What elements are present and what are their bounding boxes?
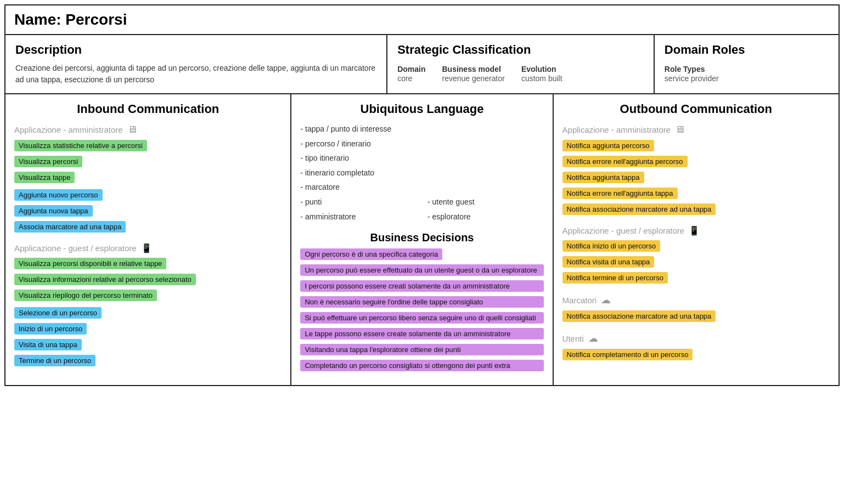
- outbound-heading: Outbound Communication: [562, 102, 830, 116]
- inbound-actor1-blue-tags: Aggiunta nuovo percorso Aggiunta nuova t…: [14, 189, 282, 235]
- strategic-evolution: Evolution custom built: [521, 65, 562, 83]
- tag-item: Notifica errore nell'aggiunta tappa: [562, 188, 678, 199]
- tag-item: Aggiunta nuovo percorso: [14, 189, 103, 201]
- tag-item: Notifica aggiunta percorso: [562, 140, 654, 151]
- bd-tag: Si può effettuare un percorso libero sen…: [300, 312, 543, 324]
- role-types-label: Role Types: [665, 65, 829, 73]
- tag-item: Visualizza informazioni relative al perc…: [14, 274, 196, 285]
- inbound-actor1-green-tags: Visualizza statistiche relative a percor…: [14, 140, 282, 186]
- tag-item: Aggiunta nuova tappa: [14, 205, 93, 217]
- ub-text-right: - utente guest - esploratore: [427, 122, 544, 224]
- inbound-actor1-label: Applicazione - amministratore: [14, 124, 282, 135]
- monitor-icon: [127, 124, 137, 135]
- description-heading: Description: [15, 43, 376, 57]
- cloud-icon-2: [588, 332, 598, 344]
- tag-item: Notifica errore nell'aggiunta percorso: [562, 156, 688, 167]
- mobile-icon-2: [689, 225, 700, 236]
- inbound-column: Inbound Communication Applicazione - amm…: [5, 94, 291, 385]
- strategic-domain: Domain core: [397, 65, 425, 83]
- business-label: Business model: [442, 65, 504, 73]
- monitor-icon-2: [675, 124, 685, 135]
- header-row: Name: Percorsi: [5, 5, 839, 35]
- outbound-actor2-yellow-tags: Notifica inizio di un percorso Notifica …: [562, 240, 830, 286]
- business-decisions-tags: Ogni percorso è di una specifica categor…: [300, 248, 543, 374]
- tag-item: Termine di un percorso: [14, 355, 95, 366]
- strategic-grid: Domain core Business model revenue gener…: [397, 65, 644, 83]
- strategic-heading: Strategic Classification: [397, 43, 644, 57]
- inbound-actor2-label: Applicazione - guest / esploratore: [14, 243, 282, 253]
- tag-item: Visita di una tappa: [14, 339, 82, 350]
- domain-roles-heading: Domain Roles: [665, 43, 829, 57]
- inbound-actor2-name: Applicazione - guest / esploratore: [14, 243, 137, 253]
- inbound-actor1-name: Applicazione - amministratore: [14, 125, 123, 134]
- top-section: Description Creazione dei percorsi, aggi…: [5, 35, 839, 94]
- tag-item: Notifica completamento di un percorso: [562, 349, 693, 360]
- mobile-icon: [141, 243, 152, 253]
- tag-item: Notifica visita di una tappa: [562, 256, 655, 268]
- inbound-heading: Inbound Communication: [14, 102, 282, 116]
- outbound-actor2-name: Applicazione - guest / esploratore: [562, 226, 685, 235]
- description-text: Creazione dei percorsi, aggiunta di tapp…: [15, 63, 376, 86]
- outbound-actor4-label: Utenti: [562, 332, 830, 344]
- tag-item: Visualizza statistiche relative a percor…: [14, 140, 147, 151]
- page-title: Name: Percorsi: [14, 11, 830, 29]
- tag-item: Selezione di un percorso: [14, 307, 102, 319]
- strategic-business: Business model revenue generator: [442, 65, 504, 83]
- outbound-column: Outbound Communication Applicazione - am…: [554, 94, 839, 385]
- cloud-icon: [601, 294, 611, 306]
- main-container: Name: Percorsi Description Creazione dei…: [4, 4, 840, 386]
- outbound-actor2-label: Applicazione - guest / esploratore: [562, 225, 830, 236]
- inbound-actor2-green-tags: Visualizza percorsi disponibili e relati…: [14, 258, 282, 304]
- tag-item: Notifica aggiunta tappa: [562, 172, 644, 183]
- domain-roles-column: Domain Roles Role Types service provider: [655, 35, 839, 93]
- tag-item: Visualizza tappe: [14, 172, 75, 183]
- evolution-label: Evolution: [521, 65, 562, 73]
- tag-item: Notifica associazione marcatore ad una t…: [562, 310, 716, 322]
- tag-item: Visualizza percorsi: [14, 156, 82, 167]
- evolution-value: custom built: [521, 74, 562, 83]
- bd-tag: Un percorso può essere effettuato da un …: [300, 264, 543, 276]
- tag-item: Visualizza riepilogo del percorso termin…: [14, 290, 157, 301]
- tag-item: Associa marcatore ad una tappa: [14, 221, 126, 233]
- tag-item: Inizio di un percorso: [14, 323, 87, 335]
- business-decisions-heading: Business Decisions: [300, 231, 543, 244]
- role-types-value: service provider: [665, 74, 719, 83]
- bd-tag: Visitando una tappa l'esploratore ottien…: [300, 344, 543, 355]
- outbound-actor4-yellow-tags: Notifica completamento di un percorso: [562, 349, 830, 363]
- outbound-actor4-name: Utenti: [562, 334, 584, 343]
- ubiquitous-heading: Ubiquitous Language: [300, 102, 543, 116]
- business-value: revenue generator: [442, 74, 504, 83]
- ubiquitous-language-grid: - tappa / punto di interesse - percorso …: [300, 122, 543, 224]
- domain-label: Domain: [397, 65, 425, 73]
- domain-value: core: [397, 74, 412, 83]
- tag-item: Notifica associazione marcatore ad una t…: [562, 203, 716, 215]
- bd-tag: Non è necessario seguire l'ordine delle …: [300, 296, 543, 308]
- ubiquitous-column: Ubiquitous Language - tappa / punto di i…: [291, 94, 553, 385]
- outbound-actor1-label: Applicazione - amministratore: [562, 124, 830, 135]
- strategic-column: Strategic Classification Domain core Bus…: [387, 35, 655, 93]
- outbound-actor1-name: Applicazione - amministratore: [562, 125, 671, 134]
- outbound-actor1-yellow-tags: Notifica aggiunta percorso Notifica erro…: [562, 140, 830, 218]
- ubiquitous-col-left: - tappa / punto di interesse - percorso …: [300, 122, 417, 224]
- tag-item: Notifica termine di un percorso: [562, 272, 668, 284]
- bd-tag: Ogni percorso è di una specifica categor…: [300, 248, 442, 260]
- bd-tag: Le tappe possono essere create solamente…: [300, 328, 543, 339]
- bd-tag: I percorsi possono essere creati solamen…: [300, 280, 543, 292]
- tag-item: Notifica inizio di un percorso: [562, 240, 661, 252]
- tag-item: Visualizza percorsi disponibili e relati…: [14, 258, 166, 269]
- bd-tag: Completando un percorso consigliato si o…: [300, 360, 543, 371]
- outbound-actor3-yellow-tags: Notifica associazione marcatore ad una t…: [562, 310, 830, 325]
- description-column: Description Creazione dei percorsi, aggi…: [5, 35, 387, 93]
- outbound-actor3-name: Marcatori: [562, 296, 597, 305]
- bottom-section: Inbound Communication Applicazione - amm…: [5, 94, 839, 385]
- ubiquitous-col-right: - utente guest - esploratore: [427, 122, 544, 224]
- inbound-actor2-blue-tags: Selezione di un percorso Inizio di un pe…: [14, 307, 282, 369]
- ub-text-left: - tappa / punto di interesse - percorso …: [300, 122, 417, 224]
- outbound-actor3-label: Marcatori: [562, 294, 830, 306]
